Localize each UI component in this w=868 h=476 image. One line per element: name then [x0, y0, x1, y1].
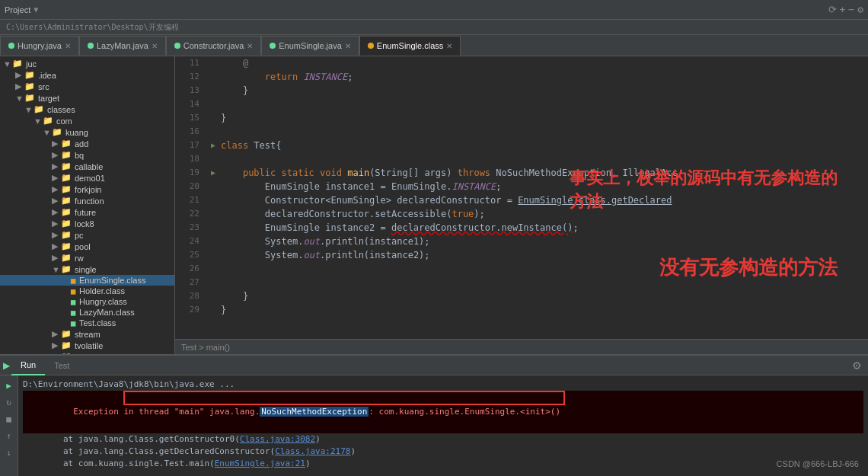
- function-folder-icon: 📁: [61, 196, 72, 206]
- line-num-22: 22: [175, 207, 206, 221]
- tree-item-idea[interactable]: ▶ 📁 .idea: [0, 69, 174, 81]
- tree-item-test-class[interactable]: ◼ Test.class: [0, 318, 174, 328]
- tree-item-com[interactable]: ▼ 📁 com: [0, 115, 174, 126]
- bq-folder-icon: 📁: [61, 150, 72, 160]
- tab-hungry-label: Hungry.java: [18, 41, 62, 50]
- tree-item-demo01[interactable]: ▶ 📁 demo01: [0, 172, 174, 184]
- code-line-11: 11 @: [175, 56, 868, 70]
- hungry-file-icon: ◼: [70, 298, 76, 306]
- tab-lazyman[interactable]: LazyMan.java ✕: [79, 36, 166, 56]
- tree-item-kuang[interactable]: ▼ 📁 kuang: [0, 126, 174, 138]
- sync-icon[interactable]: ⟳: [828, 4, 837, 15]
- tab-run[interactable]: Run: [11, 356, 45, 375]
- code-text-24: System.out.println(instance1);: [221, 235, 430, 248]
- gutter-23: [206, 221, 221, 235]
- tree-item-enumsingle-class[interactable]: ◼ EnumSingle.class: [0, 275, 174, 286]
- tree-item-future[interactable]: ▶ 📁 future: [0, 206, 174, 218]
- code-editor[interactable]: 11 @ 12 return INSTANCE; 13: [175, 56, 868, 354]
- minus-icon[interactable]: −: [848, 4, 854, 15]
- code-scroll[interactable]: 11 @ 12 return INSTANCE; 13: [175, 56, 868, 339]
- tab-constructor-close[interactable]: ✕: [247, 42, 253, 50]
- lock8-label: lock8: [75, 219, 94, 228]
- code-text-19: public static void main(String[] args) t…: [221, 166, 678, 180]
- tree-item-holder-class[interactable]: ◼ Holder.class: [0, 286, 174, 296]
- stop-btn[interactable]: ■: [2, 412, 16, 426]
- juc-label: juc: [26, 59, 37, 69]
- code-text-16: [221, 125, 226, 139]
- tree-item-forkjoin[interactable]: ▶ 📁 forkjoin: [0, 184, 174, 195]
- tab-hungry[interactable]: Hungry.java ✕: [0, 36, 79, 56]
- tab-lazyman-label: LazyMan.java: [97, 41, 148, 50]
- code-text-20: EnumSingle instance1 = EnumSingle.INSTAN…: [221, 180, 501, 193]
- tree-item-single[interactable]: ▼ 📁 single: [0, 264, 174, 275]
- console-line-3: at java.lang.Class.getConstructor0(Class…: [23, 433, 863, 446]
- tab-enumsingle-java-close[interactable]: ✕: [345, 42, 351, 50]
- code-line-21: 21 Constructor<EnumSingle> declaredConst…: [175, 193, 868, 207]
- console-area[interactable]: D:\Environment\Java8\jdk8\bin\java.exe .…: [18, 375, 868, 476]
- tree-item-juc[interactable]: ▼ 📁 juc: [0, 58, 174, 69]
- code-line-25: 25 System.out.println(instance2);: [175, 248, 868, 262]
- gutter-29: [206, 303, 221, 317]
- pool-folder-icon: 📁: [61, 241, 72, 251]
- code-line-26: 26: [175, 262, 868, 276]
- forkjoin-arrow: ▶: [52, 184, 61, 194]
- line-num-11: 11: [175, 56, 206, 70]
- tree-item-lazyman-class[interactable]: ◼ LazyMan.class: [0, 307, 174, 318]
- tree-item-pool[interactable]: ▶ 📁 pool: [0, 241, 174, 252]
- tree-item-classes[interactable]: ▼ 📁 classes: [0, 104, 174, 115]
- settings-icon[interactable]: ⚙: [857, 4, 863, 15]
- tab-lazyman-close[interactable]: ✕: [152, 42, 158, 50]
- status-bar: Test > main(): [175, 339, 868, 354]
- tree-item-src[interactable]: ▶ 📁 src: [0, 81, 174, 92]
- gutter-28: [206, 289, 221, 303]
- tvolatile-label: tvolatile: [75, 341, 103, 350]
- rw-label: rw: [75, 254, 84, 263]
- scroll-down-btn[interactable]: ↓: [2, 446, 16, 459]
- tree-item-hungry-class[interactable]: ◼ Hungry.class: [0, 296, 174, 307]
- src-folder-icon: 📁: [24, 81, 35, 91]
- bottom-gear-icon[interactable]: ⚙: [846, 359, 868, 372]
- line-num-28: 28: [175, 289, 206, 303]
- add-icon[interactable]: +: [840, 4, 846, 15]
- code-line-28: 28 }: [175, 289, 868, 303]
- single-label: single: [75, 265, 97, 274]
- top-toolbar: Project ▼ ⟳ + − ⚙: [0, 0, 868, 20]
- pool-label: pool: [75, 242, 91, 251]
- gutter-24: [206, 235, 221, 248]
- add-folder-icon: 📁: [61, 139, 72, 149]
- tree-item-stream[interactable]: ▶ 📁 stream: [0, 328, 174, 340]
- tab-hungry-close[interactable]: ✕: [65, 42, 71, 50]
- tree-item-pc[interactable]: ▶ 📁 pc: [0, 229, 174, 241]
- tree-item-add[interactable]: ▶ 📁 add: [0, 138, 174, 149]
- gutter-16: [206, 125, 221, 139]
- tree-item-callable[interactable]: ▶ 📁 callable: [0, 161, 174, 172]
- tree-item-function[interactable]: ▶ 📁 function: [0, 195, 174, 206]
- run-again-btn[interactable]: ▶: [2, 379, 16, 392]
- tab-enumsingle-java-dot: [270, 43, 276, 49]
- gutter-12: [206, 70, 221, 84]
- gutter-13: [206, 84, 221, 97]
- tab-enumsingle-class[interactable]: EnumSingle.class ✕: [359, 36, 461, 56]
- tree-item-lock8[interactable]: ▶ 📁 lock8: [0, 218, 174, 229]
- gutter-17: ▶: [206, 139, 221, 152]
- tree-item-bq[interactable]: ▶ 📁 bq: [0, 149, 174, 161]
- tree-item-rw[interactable]: ▶ 📁 rw: [0, 252, 174, 264]
- code-text-15: }: [221, 111, 226, 125]
- idea-folder-icon: 📁: [24, 70, 35, 80]
- tab-test[interactable]: Test: [45, 356, 78, 375]
- tree-item-target[interactable]: ▼ 📁 target: [0, 92, 174, 104]
- tab-enumsingle-class-close[interactable]: ✕: [446, 42, 452, 50]
- scroll-up-btn[interactable]: ↑: [2, 429, 16, 442]
- code-text-18: [221, 152, 226, 166]
- code-text-25: System.out.println(instance2);: [221, 248, 430, 262]
- line-num-19: 19: [175, 166, 206, 180]
- tab-enumsingle-java[interactable]: EnumSingle.java ✕: [261, 36, 359, 56]
- rerun-btn[interactable]: ↻: [2, 395, 16, 409]
- bottom-panel: ▶ Run Test ⚙ ▶ ↻ ■ ↑ ↓ D:\Environment\Ja…: [0, 354, 868, 476]
- code-text-13: }: [221, 84, 248, 97]
- tab-constructor[interactable]: Constructor.java ✕: [166, 36, 261, 56]
- function-arrow: ▶: [52, 196, 61, 206]
- code-line-16: 16: [175, 125, 868, 139]
- line-num-17: 17: [175, 139, 206, 152]
- tree-item-tvolatile[interactable]: ▶ 📁 tvolatile: [0, 340, 174, 351]
